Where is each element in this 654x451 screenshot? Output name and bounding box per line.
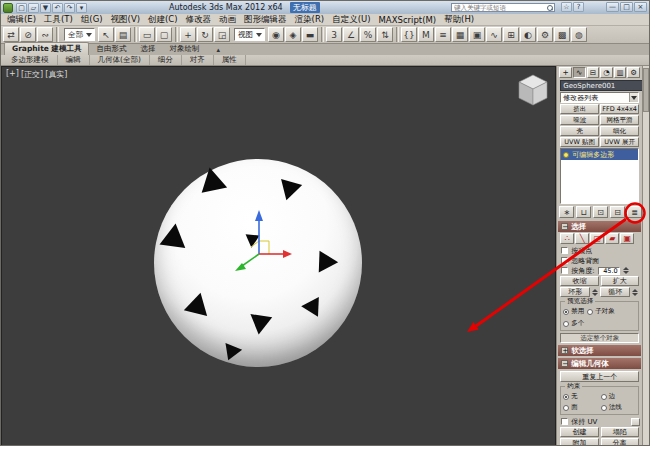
ribbon-panel-button[interactable]: 细分 (150, 55, 182, 65)
preview-disable-radio[interactable]: 禁用 (563, 307, 584, 316)
element-mode-icon[interactable]: ▣ (620, 233, 634, 244)
layer-manager-icon[interactable]: ▦ (452, 27, 468, 42)
select-by-name-icon[interactable]: ▤ (115, 27, 131, 42)
make-unique-icon[interactable]: ⊡ (593, 206, 608, 218)
window-crossing-icon[interactable]: ▢ (156, 27, 172, 42)
modifier-preset-button[interactable]: UVW 贴图 (560, 137, 599, 147)
repeat-last-button[interactable]: 重复上一个 (560, 371, 639, 382)
menu-item[interactable]: 修改器 (182, 14, 216, 26)
edge-mode-icon[interactable]: ╲ (575, 233, 589, 244)
viewport-menu-2[interactable]: [真实] (45, 69, 67, 80)
ring-spinner[interactable] (592, 289, 598, 296)
preview-subobject-radio[interactable]: 子对象 (587, 307, 615, 316)
menu-item[interactable]: 自定义(U) (328, 14, 374, 26)
ribbon-panel-button[interactable]: 几何体(全部) (90, 55, 150, 65)
ribbon-tab[interactable]: 对象绘制 (162, 43, 206, 55)
angle-value-field[interactable] (598, 267, 620, 275)
bind-to-space-warp-icon[interactable]: ∾ (37, 27, 53, 42)
maximize-button[interactable]: □ (620, 2, 633, 12)
remove-modifier-icon[interactable]: ⊟ (610, 206, 625, 218)
grow-button[interactable]: 扩大 (601, 276, 639, 286)
visibility-bulb-icon[interactable] (563, 152, 569, 158)
configure-modifier-sets-icon[interactable]: ≣ (627, 206, 642, 218)
material-editor-icon[interactable]: ◐ (520, 27, 536, 42)
menu-item[interactable]: MAXScript(M) (375, 15, 441, 25)
menu-item[interactable]: 工具(T) (40, 14, 77, 26)
viewport[interactable]: [+][正交][真实] (1, 66, 556, 446)
menu-item[interactable]: 动画 (215, 14, 240, 26)
search-input[interactable] (452, 4, 546, 12)
attach-button[interactable]: 附加 (560, 438, 598, 446)
scrollbar-thumb[interactable] (643, 68, 649, 112)
align-icon[interactable]: ≡ (435, 27, 451, 42)
keyboard-shortcut-override-icon[interactable]: ▬ (302, 27, 318, 42)
tab-hierarchy[interactable]: ⊟ (587, 67, 600, 78)
select-and-move-icon[interactable]: + (180, 27, 196, 42)
select-and-manipulate-icon[interactable]: ◈ (285, 27, 301, 42)
create-button[interactable]: 创建 (560, 427, 598, 437)
modifier-preset-button[interactable]: 噪波 (560, 115, 599, 125)
constraint-none-radio[interactable]: 无 (563, 392, 598, 401)
percent-snap-icon[interactable]: % (360, 27, 376, 42)
ribbon-tab[interactable]: 选择 (133, 43, 162, 55)
ring-button[interactable]: 环形 (560, 287, 590, 297)
redo-icon[interactable]: ↷ (64, 3, 75, 13)
unlink-selection-icon[interactable]: ⊘ (20, 27, 36, 42)
menu-item[interactable]: 渲染(R) (291, 14, 329, 26)
select-and-link-icon[interactable]: ⇄ (3, 27, 19, 42)
loop-button[interactable]: 循环 (600, 287, 630, 297)
help-icon[interactable]: ? (573, 2, 584, 12)
menu-item[interactable]: 帮助(H) (440, 14, 478, 26)
polygon-mode-icon[interactable]: ▰ (605, 233, 619, 244)
select-and-scale-icon[interactable]: ◲ (214, 27, 230, 42)
tab-motion[interactable]: ◔ (600, 67, 613, 78)
object-name-field[interactable] (560, 80, 644, 91)
workspace-dropdown-icon[interactable]: ▾ (76, 3, 87, 13)
loop-spinner[interactable] (632, 289, 638, 296)
close-button[interactable]: × (634, 2, 647, 12)
ribbon-panel-button[interactable]: 编辑 (58, 55, 90, 65)
border-mode-icon[interactable]: ▢ (590, 233, 604, 244)
stack-entry-editable-poly[interactable]: 可编辑多边形 (561, 149, 638, 160)
menu-item[interactable]: 编辑(E) (3, 14, 40, 26)
constraint-normal-radio[interactable]: 法线 (601, 403, 636, 412)
edit-named-selection-sets-icon[interactable]: {} (401, 27, 417, 42)
collapse-button[interactable]: 塌陷 (601, 427, 639, 437)
ribbon-tab[interactable]: Graphite 建模工具 (4, 42, 89, 55)
menu-item[interactable]: 创建(C) (144, 14, 182, 26)
ribbon-minimize-icon[interactable]: ▴ (212, 45, 224, 55)
selection-region-icon[interactable]: ▭ (139, 27, 155, 42)
shrink-button[interactable]: 收缩 (560, 276, 598, 286)
transform-gizmo[interactable] (214, 193, 304, 283)
rollout-soft-selection[interactable]: + 软选择 (558, 345, 641, 356)
new-scene-icon[interactable]: ▢ (16, 3, 27, 13)
snaps-toggle-icon[interactable]: 3 (326, 27, 342, 42)
use-pivot-point-center-icon[interactable]: ◉ (268, 27, 284, 42)
spinner-snap-icon[interactable]: ⇅ (377, 27, 393, 42)
preserve-uv-checkbox[interactable] (561, 418, 568, 425)
tab-utilities[interactable]: ⚙ (627, 67, 640, 78)
modifier-preset-button[interactable]: 网格平滑 (600, 115, 639, 125)
render-production-icon[interactable]: ◍ (571, 27, 587, 42)
modifier-preset-button[interactable]: 壳 (560, 126, 599, 136)
constraint-edge-radio[interactable]: 边 (601, 392, 636, 401)
ribbon-tab[interactable]: 自由形式 (89, 43, 133, 55)
by-angle-checkbox[interactable] (561, 267, 568, 274)
modifier-list-dropdown[interactable]: 修改器列表 (560, 92, 639, 103)
favorites-star-icon[interactable]: ☆ (561, 2, 572, 12)
menu-item[interactable]: 组(G) (77, 14, 107, 26)
tab-create[interactable]: + (559, 67, 572, 78)
undo-icon[interactable]: ↶ (52, 3, 63, 13)
ribbon-panel-button[interactable]: 多边形建模 (3, 55, 58, 65)
rendered-frame-window-icon[interactable]: ▩ (554, 27, 570, 42)
rollout-selection[interactable]: − 选择 (558, 221, 641, 232)
preserve-uv-settings-button[interactable] (631, 418, 640, 426)
select-object-icon[interactable]: ↖ (98, 27, 114, 42)
modifier-preset-button[interactable]: UVW 展开 (600, 137, 639, 147)
selection-filter-dropdown[interactable]: 全部 (64, 28, 95, 41)
ribbon-panel-button[interactable]: 属性 (214, 55, 246, 65)
graphite-ribbon-toggle-icon[interactable]: ▣ (469, 27, 485, 42)
reference-coordinate-dropdown[interactable]: 视图 (234, 28, 265, 41)
detach-button[interactable]: 分离 (601, 438, 639, 446)
modifier-preset-button[interactable]: 细化 (600, 126, 639, 136)
